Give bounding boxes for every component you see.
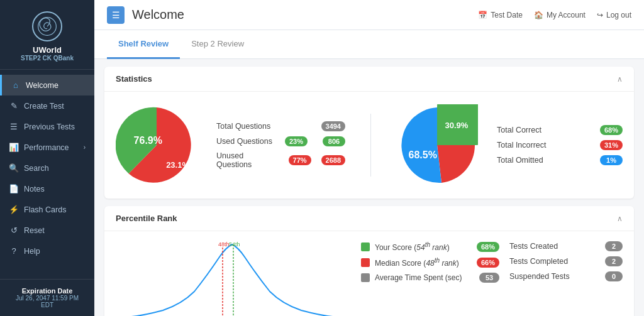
legend-your-score: Your Score (54th rank) 68%	[361, 241, 499, 252]
percentile-section: Percentile Rank ∧ 48th 54th	[104, 206, 634, 316]
tabs-bar: Shelf Review Step 2 Review	[94, 30, 644, 59]
topbar-actions: 📅 Test Date 🏠 My Account ↪ Log out	[478, 11, 631, 19]
your-score-dot	[361, 242, 370, 251]
sidebar-item-search[interactable]: 🔍 Search	[0, 158, 94, 178]
nav-label-help: Help	[24, 247, 40, 256]
test-date-action[interactable]: 📅 Test Date	[478, 11, 523, 19]
stats-row-omitted: Total Omitted 1%	[497, 155, 623, 165]
statistics-content: 76.9% 23.1% Total Questions 3494 Used Qu…	[104, 92, 634, 199]
nav-icon-help: ?	[9, 246, 19, 256]
avg-time-value: 53	[479, 273, 499, 283]
hamburger-button[interactable]: ☰	[107, 6, 125, 24]
used-q-badge: 806	[323, 136, 345, 146]
pie1-big-label: 76.9%	[134, 135, 162, 146]
legend-median-score: Median Score (48th rank) 66%	[361, 257, 499, 268]
sidebar-item-create-test[interactable]: ✎ Create Test	[0, 95, 94, 116]
sidebar-item-reset[interactable]: ↺ Reset	[0, 220, 94, 241]
expiry-date: Jul 26, 2047 11:59 PM EDT	[9, 295, 86, 308]
nav-label-flash-cards: Flash Cards	[24, 205, 66, 214]
suspended-tests-row: Suspended Tests 0	[509, 271, 623, 281]
pie2-small-label: 30.9%	[445, 121, 469, 130]
sidebar-item-previous-tests[interactable]: ☰ Previous Tests	[0, 116, 94, 137]
tests-created-value: 2	[605, 241, 623, 251]
stats-table1: Total Questions 3494 Used Questions 23% …	[216, 121, 345, 169]
pie1-small-label: 23.1%	[166, 160, 189, 170]
sidebar-item-welcome[interactable]: ⌂ Welcome	[0, 75, 94, 95]
app-subtitle: STEP2 CK QBank	[21, 55, 74, 62]
logout-action[interactable]: ↪ Log out	[597, 11, 631, 19]
my-account-action[interactable]: 🏠 My Account	[534, 11, 586, 19]
sidebar-nav: ⌂ Welcome ✎ Create Test ☰ Previous Tests…	[0, 70, 94, 279]
correct-label: Total Correct	[497, 126, 541, 134]
tests-completed-label: Tests Completed	[509, 257, 568, 266]
percentile-right: Your Score (54th rank) 68% Median Score …	[361, 241, 623, 283]
unused-q-badge: 2688	[321, 155, 345, 165]
page-title: Welcome	[132, 8, 470, 22]
tab-shelf-review[interactable]: Shelf Review	[107, 30, 180, 59]
app-name: UWorld	[33, 45, 62, 55]
logo-circle	[32, 11, 62, 41]
unused-q-label: Unused Questions	[216, 151, 281, 169]
tab-step2-review[interactable]: Step 2 Review	[180, 30, 255, 59]
nav-label-welcome: Welcome	[26, 81, 58, 90]
stats-row-correct: Total Correct 68%	[497, 125, 623, 135]
median-score-value: 66%	[477, 258, 499, 268]
sidebar: UWorld STEP2 CK QBank ⌂ Welcome ✎ Create…	[0, 0, 94, 316]
percentile-legend: Your Score (54th rank) 68% Median Score …	[361, 241, 499, 283]
sidebar-item-help[interactable]: ? Help	[0, 241, 94, 261]
nav-icon-notes: 📄	[9, 184, 19, 193]
incorrect-label: Total Incorrect	[497, 141, 547, 150]
nav-icon-create-test: ✎	[9, 101, 19, 111]
suspended-tests-label: Suspended Tests	[509, 272, 570, 281]
content-area: Shelf Review Step 2 Review Statistics ∧	[94, 30, 644, 316]
test-date-label: Test Date	[491, 11, 523, 19]
stats-divider	[370, 114, 371, 177]
avg-time-label: Average Time Spent (sec)	[375, 273, 474, 282]
bell-curve-chart: 48th 54th	[116, 241, 348, 316]
nav-label-search: Search	[24, 164, 49, 173]
sidebar-item-notes[interactable]: 📄 Notes	[0, 178, 94, 199]
tests-created-row: Tests Created 2	[509, 241, 623, 251]
stats-row-unused: Unused Questions 77% 2688	[216, 151, 345, 169]
median-score-label: Median Score (48th rank)	[375, 257, 472, 268]
sidebar-item-flash-cards[interactable]: ⚡ Flash Cards	[0, 199, 94, 220]
incorrect-badge: 31%	[600, 140, 623, 150]
topbar: ☰ Welcome 📅 Test Date 🏠 My Account ↪ Log…	[94, 0, 644, 30]
tests-completed-row: Tests Completed 2	[509, 256, 623, 266]
pie1-container: 76.9% 23.1%	[116, 104, 197, 186]
nav-icon-welcome: ⌂	[11, 80, 21, 90]
your-score-value: 68%	[477, 242, 499, 252]
unused-q-pct: 77%	[289, 155, 311, 165]
nav-label-performance: Performance	[24, 143, 69, 152]
expiry-label: Expiration Date	[9, 287, 86, 295]
suspended-tests-value: 0	[605, 271, 623, 281]
nav-label-create-test: Create Test	[24, 102, 64, 111]
home-icon: 🏠	[534, 11, 543, 19]
used-q-label: Used Questions	[216, 137, 272, 146]
stats-row-incorrect: Total Incorrect 31%	[497, 140, 623, 150]
nav-label-reset: Reset	[24, 226, 45, 235]
legend-avg-time: Average Time Spent (sec) 53	[361, 273, 499, 283]
sidebar-item-performance[interactable]: 📊 Performance ›	[0, 137, 94, 158]
stats-table2: Total Correct 68% Total Incorrect 31% To…	[497, 125, 623, 165]
percentile-header: Percentile Rank ∧	[104, 206, 634, 231]
svg-text:54th: 54th	[229, 241, 240, 248]
svg-text:48th: 48th	[218, 241, 230, 248]
pie2-big-label: 68.5%	[409, 150, 437, 161]
used-q-pct: 23%	[285, 136, 308, 146]
nav-icon-flash-cards: ⚡	[9, 205, 19, 214]
logo-icon	[37, 16, 57, 36]
percentile-collapse[interactable]: ∧	[617, 214, 623, 223]
nav-icon-reset: ↺	[9, 226, 19, 235]
my-account-label: My Account	[547, 11, 586, 19]
correct-badge: 68%	[600, 125, 623, 135]
stats-row-used: Used Questions 23% 806	[216, 136, 345, 146]
pie1-chart: 76.9% 23.1%	[116, 104, 197, 186]
main-area: ☰ Welcome 📅 Test Date 🏠 My Account ↪ Log…	[94, 0, 644, 316]
nav-icon-search: 🔍	[9, 163, 19, 173]
stats-row-total: Total Questions 3494	[216, 121, 345, 131]
omitted-badge: 1%	[600, 155, 623, 165]
statistics-title: Statistics	[116, 74, 152, 84]
tests-created-label: Tests Created	[509, 242, 558, 251]
statistics-collapse[interactable]: ∧	[617, 75, 623, 84]
